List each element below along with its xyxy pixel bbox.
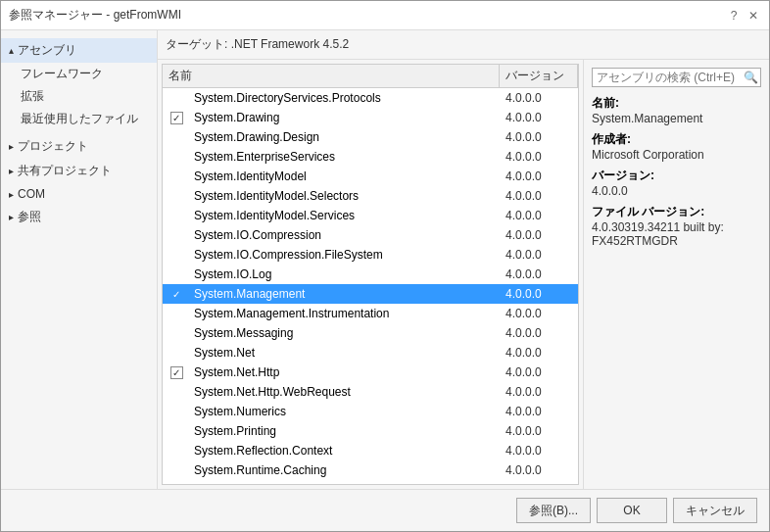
- table-row[interactable]: System.Management4.0.0.0: [163, 284, 578, 304]
- assembly-version: 4.0.0.0: [500, 248, 578, 262]
- search-box[interactable]: 🔍: [592, 68, 761, 87]
- assembly-name: System.Runtime.Caching: [190, 463, 500, 477]
- table-row[interactable]: System.Printing4.0.0.0: [163, 421, 578, 441]
- content-area: ▴ アセンブリ フレームワーク 拡張 最近使用したファイル ▸ プロジェクト ▸…: [1, 30, 769, 489]
- footer: 参照(B)... OK キャンセル: [1, 489, 769, 531]
- assembly-name: System.Management.Instrumentation: [190, 307, 500, 320]
- info-version-value: 4.0.0.0: [592, 184, 761, 198]
- table-row[interactable]: System.Net.Http.WebRequest4.0.0.0: [163, 382, 578, 402]
- assembly-version: 4.0.0.0: [500, 463, 578, 477]
- sidebar-item-extensions[interactable]: 拡張: [1, 85, 157, 108]
- check-cell: [163, 366, 190, 379]
- assembly-version: 4.0.0.0: [500, 150, 578, 164]
- assembly-version: 4.0.0.0: [500, 326, 578, 340]
- assembly-version: 4.0.0.0: [500, 365, 578, 379]
- sidebar-header-assembly[interactable]: ▴ アセンブリ: [1, 38, 157, 63]
- table-row[interactable]: System.Reflection.Context4.0.0.0: [163, 441, 578, 460]
- ok-button[interactable]: OK: [597, 498, 667, 523]
- info-author-label: 作成者:: [592, 131, 761, 148]
- assembly-name: System.Runtime.DurableInstancing: [190, 483, 500, 485]
- assembly-name: System.Management: [190, 287, 500, 301]
- sidebar-item-framework[interactable]: フレームワーク: [1, 63, 157, 85]
- assembly-version: 4.0.0.0: [500, 385, 578, 399]
- title-controls: ? ✕: [726, 8, 761, 24]
- browse-button[interactable]: 参照(B)...: [516, 498, 591, 523]
- table-row[interactable]: System.EnterpriseServices4.0.0.0: [163, 147, 578, 167]
- sidebar-group-reference[interactable]: ▸ 参照: [1, 205, 157, 229]
- info-fileversion-label: ファイル バージョン:: [592, 204, 761, 220]
- list-header: 名前 バージョン: [163, 65, 578, 88]
- info-version-label: バージョン:: [592, 168, 761, 184]
- assembly-name: System.IO.Compression.FileSystem: [190, 248, 500, 262]
- arrow-right-icon-2: ▸: [9, 166, 14, 176]
- info-panel: 🔍 名前: System.Management 作成者: Microsoft C…: [583, 60, 769, 489]
- assembly-version: 4.0.0.0: [500, 228, 578, 242]
- assembly-list[interactable]: 名前 バージョン System.DirectoryServices.Protoc…: [162, 64, 579, 485]
- assembly-name: System.Numerics: [190, 405, 500, 418]
- checkbox[interactable]: [170, 366, 183, 379]
- target-bar: ターゲット: .NET Framework 4.5.2: [158, 30, 769, 60]
- assembly-version: 4.0.0.0: [500, 267, 578, 281]
- assembly-name: System.Net: [190, 346, 500, 360]
- table-row[interactable]: System.Drawing4.0.0.0: [163, 108, 578, 127]
- sidebar-group-projects[interactable]: ▸ プロジェクト: [1, 134, 157, 159]
- sidebar-projects-label: プロジェクト: [18, 138, 88, 155]
- help-button[interactable]: ?: [726, 8, 742, 24]
- table-row[interactable]: System.Drawing.Design4.0.0.0: [163, 127, 578, 147]
- assembly-version: 4.0.0.0: [500, 483, 578, 485]
- sidebar: ▴ アセンブリ フレームワーク 拡張 最近使用したファイル ▸ プロジェクト ▸…: [1, 30, 158, 489]
- table-row[interactable]: System.Management.Instrumentation4.0.0.0: [163, 304, 578, 323]
- assembly-version: 4.0.0.0: [500, 169, 578, 183]
- close-button[interactable]: ✕: [746, 8, 761, 24]
- sidebar-assembly-label: アセンブリ: [18, 42, 76, 59]
- table-row[interactable]: System.IO.Compression.FileSystem4.0.0.0: [163, 245, 578, 265]
- search-icon: 🔍: [744, 71, 758, 84]
- assembly-name: System.Reflection.Context: [190, 444, 500, 458]
- info-name-label: 名前:: [592, 95, 761, 112]
- sidebar-shared-label: 共有プロジェクト: [18, 163, 112, 179]
- check-cell: [163, 288, 190, 301]
- table-row[interactable]: System.Net4.0.0.0: [163, 343, 578, 363]
- assembly-version: 4.0.0.0: [500, 130, 578, 144]
- sidebar-reference-label: 参照: [18, 209, 41, 225]
- assembly-name: System.Drawing: [190, 111, 500, 124]
- main-area: ターゲット: .NET Framework 4.5.2 名前 バージョン Sys…: [158, 30, 769, 489]
- assembly-name: System.Net.Http.WebRequest: [190, 385, 500, 399]
- checkbox[interactable]: [170, 112, 183, 124]
- sidebar-group-com[interactable]: ▸ COM: [1, 183, 157, 205]
- table-row[interactable]: System.DirectoryServices.Protocols4.0.0.…: [163, 88, 578, 108]
- search-input[interactable]: [597, 71, 744, 84]
- table-row[interactable]: System.Net.Http4.0.0.0: [163, 363, 578, 382]
- table-row[interactable]: System.IdentityModel4.0.0.0: [163, 167, 578, 186]
- arrow-right-icon-3: ▸: [9, 189, 14, 200]
- cancel-button[interactable]: キャンセル: [673, 498, 757, 523]
- table-row[interactable]: System.Numerics4.0.0.0: [163, 402, 578, 421]
- assembly-name: System.DirectoryServices.Protocols: [190, 91, 500, 105]
- table-row[interactable]: System.Messaging4.0.0.0: [163, 323, 578, 343]
- assembly-name: System.IdentityModel.Selectors: [190, 189, 500, 203]
- assembly-name: System.IdentityModel.Services: [190, 209, 500, 222]
- table-row[interactable]: System.IdentityModel.Services4.0.0.0: [163, 206, 578, 225]
- assembly-name: System.Printing: [190, 424, 500, 438]
- sidebar-group-shared[interactable]: ▸ 共有プロジェクト: [1, 159, 157, 183]
- header-name: 名前: [163, 65, 500, 87]
- dialog: 参照マネージャー - getFromWMI ? ✕ ▴ アセンブリ フレームワー…: [0, 0, 770, 532]
- list-area: 名前 バージョン System.DirectoryServices.Protoc…: [158, 60, 769, 489]
- table-row[interactable]: System.IO.Log4.0.0.0: [163, 265, 578, 284]
- table-row[interactable]: System.IO.Compression4.0.0.0: [163, 225, 578, 245]
- check-cell: [163, 112, 190, 124]
- assembly-version: 4.0.0.0: [500, 444, 578, 458]
- info-fileversion-value: 4.0.30319.34211 built by: FX452RTMGDR: [592, 220, 761, 248]
- checkbox[interactable]: [170, 288, 183, 301]
- sidebar-com-label: COM: [18, 187, 45, 201]
- assembly-name: System.Messaging: [190, 326, 500, 340]
- sidebar-item-recent[interactable]: 最近使用したファイル: [1, 108, 157, 130]
- header-version: バージョン: [500, 65, 578, 87]
- table-row[interactable]: System.Runtime.Caching4.0.0.0: [163, 460, 578, 480]
- title-bar: 参照マネージャー - getFromWMI ? ✕: [1, 1, 769, 30]
- table-row[interactable]: System.Runtime.DurableInstancing4.0.0.0: [163, 480, 578, 485]
- assembly-name: System.IO.Log: [190, 267, 500, 281]
- assembly-version: 4.0.0.0: [500, 209, 578, 222]
- table-row[interactable]: System.IdentityModel.Selectors4.0.0.0: [163, 186, 578, 206]
- assembly-name: System.IdentityModel: [190, 169, 500, 183]
